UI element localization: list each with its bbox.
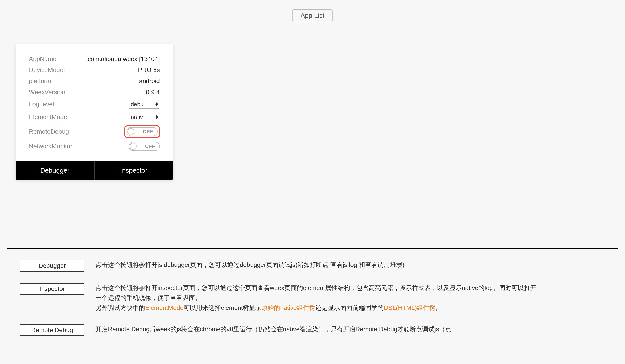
row-weexversion: WeexVersion 0.9.4 <box>29 89 160 96</box>
doc-remotedebug-button[interactable]: Remote Debug <box>20 324 84 336</box>
row-networkmonitor: NetworkMonitor OFF <box>29 142 160 151</box>
platform-value: android <box>139 78 160 85</box>
row-platform: platform android <box>29 78 160 85</box>
doc-inspector-link1[interactable]: ElementMode <box>145 304 184 311</box>
doc-inspector-line2d: 。 <box>436 304 442 311</box>
remotedebug-toggle[interactable]: OFF <box>126 127 157 136</box>
weexversion-value: 0.9.4 <box>146 89 160 96</box>
doc-inspector-button[interactable]: Inspector <box>20 283 84 295</box>
doc-debugger-text: 点击这个按钮将会打开js debugger页面，您可以通过debugger页面调… <box>95 260 404 270</box>
doc-row-inspector: Inspector 点击这个按钮将会打开inspector页面，您可以通过这个页… <box>20 283 605 313</box>
row-appname: AppName com.alibaba.weex [13404] <box>29 56 160 62</box>
platform-label: platform <box>29 78 51 85</box>
row-devicemodel: DeviceModel PRO 6s <box>29 66 160 74</box>
elementmode-label: ElementMode <box>29 113 67 121</box>
devicemodel-label: DeviceModel <box>29 66 65 74</box>
device-card: AppName com.alibaba.weex [13404] DeviceM… <box>16 44 173 180</box>
appname-value: com.alibaba.weex [13404] <box>88 56 160 62</box>
inspector-button[interactable]: Inspector <box>94 161 173 180</box>
networkmonitor-wrap: OFF <box>129 142 160 151</box>
elementmode-select[interactable]: nativ <box>129 112 160 121</box>
toggle-knob-icon <box>127 128 134 135</box>
select-arrows-icon <box>155 115 158 119</box>
loglevel-label: LogLevel <box>29 101 54 108</box>
doc-inspector-line2a: 另外调试方块中的 <box>95 304 145 311</box>
weexversion-label: WeexVersion <box>29 89 65 96</box>
remotedebug-state: OFF <box>143 129 153 135</box>
elementmode-selected: nativ <box>131 114 143 121</box>
card-footer: Debugger Inspector <box>16 161 173 180</box>
row-elementmode: ElementMode nativ <box>29 112 160 121</box>
networkmonitor-label: NetworkMonitor <box>29 143 72 150</box>
doc-inspector-link3[interactable]: DSL(HTML)组件树 <box>384 304 436 311</box>
doc-remotedebug-text: 开启Remote Debug后weex的js将会在chrome的v8里运行（仍然… <box>95 324 451 334</box>
loglevel-select[interactable]: debu <box>129 100 160 109</box>
doc-row-debugger: Debugger 点击这个按钮将会打开js debugger页面，您可以通过de… <box>20 260 605 272</box>
loglevel-selected: debu <box>131 101 144 108</box>
debugger-button[interactable]: Debugger <box>16 161 94 180</box>
row-loglevel: LogLevel debu <box>29 100 160 109</box>
doc-inspector-text: 点击这个按钮将会打开inspector页面，您可以通过这个页面查看weex页面的… <box>95 283 537 313</box>
select-arrows-icon <box>155 102 158 107</box>
header-divider: App List <box>7 9 618 22</box>
doc-inspector-line1: 点击这个按钮将会打开inspector页面，您可以通过这个页面查看weex页面的… <box>95 284 536 301</box>
appname-label: AppName <box>29 56 57 62</box>
row-remotedebug: RemoteDebug OFF <box>29 125 160 138</box>
remotedebug-highlight: OFF <box>124 125 160 138</box>
header-title: App List <box>292 9 333 22</box>
remotedebug-label: RemoteDebug <box>29 128 69 135</box>
doc-inspector-line2b: 可以用来选择element树显示 <box>184 304 262 311</box>
doc-debugger-button[interactable]: Debugger <box>20 260 84 272</box>
networkmonitor-toggle[interactable]: OFF <box>129 142 160 151</box>
networkmonitor-state: OFF <box>145 143 155 149</box>
devicemodel-value: PRO 6s <box>138 66 160 74</box>
toggle-knob-icon <box>130 143 137 150</box>
doc-row-remotedebug: Remote Debug 开启Remote Debug后weex的js将会在ch… <box>20 324 605 336</box>
section-divider <box>7 248 618 249</box>
doc-inspector-link2[interactable]: 原始的native组件树 <box>261 304 315 311</box>
doc-inspector-line2c: 还是显示面向前端同学的 <box>315 304 384 311</box>
